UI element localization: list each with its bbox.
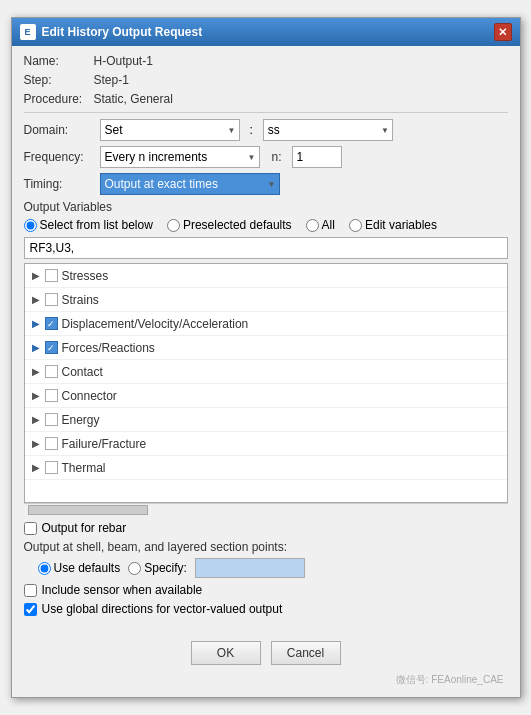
dialog-icon: E <box>20 24 36 40</box>
domain-colon: : <box>250 123 253 137</box>
radio-all-label: All <box>322 218 335 232</box>
tree-item-checkbox[interactable] <box>45 341 58 354</box>
ss-select-wrapper: ss <box>263 119 393 141</box>
tree-item-checkbox[interactable] <box>45 437 58 450</box>
domain-row: Domain: Set : ss <box>24 119 508 141</box>
tree-item[interactable]: ▶Contact <box>25 360 507 384</box>
tree-item-label: Thermal <box>62 461 106 475</box>
tree-item-checkbox[interactable] <box>45 365 58 378</box>
tree-arrow-icon: ▶ <box>29 317 43 331</box>
global-directions-label: Use global directions for vector-valued … <box>42 602 283 616</box>
specify-label: Specify: <box>144 561 187 575</box>
radio-edit-variables[interactable]: Edit variables <box>349 218 437 232</box>
step-value: Step-1 <box>94 73 129 87</box>
tree-item-label: Failure/Fracture <box>62 437 147 451</box>
tree-item[interactable]: ▶Failure/Fracture <box>25 432 507 456</box>
frequency-select-wrapper: Every n increments <box>100 146 260 168</box>
tree-arrow-icon: ▶ <box>29 461 43 475</box>
sensor-label: Include sensor when available <box>42 583 203 597</box>
output-variables-title: Output Variables <box>24 200 508 214</box>
sensor-checkbox[interactable] <box>24 584 37 597</box>
watermark: 微信号: FEAonline_CAE <box>24 671 508 689</box>
tree-item-checkbox[interactable] <box>45 293 58 306</box>
dialog-title: Edit History Output Request <box>42 25 203 39</box>
radio-preselected-defaults[interactable]: Preselected defaults <box>167 218 292 232</box>
tree-arrow-icon: ▶ <box>29 413 43 427</box>
ok-button[interactable]: OK <box>191 641 261 665</box>
cancel-button[interactable]: Cancel <box>271 641 341 665</box>
radio-use-defaults[interactable]: Use defaults <box>38 561 121 575</box>
tree-item[interactable]: ▶Forces/Reactions <box>25 336 507 360</box>
frequency-label: Frequency: <box>24 150 94 164</box>
name-row: Name: H-Output-1 <box>24 54 508 68</box>
radio-preselected-label: Preselected defaults <box>183 218 292 232</box>
rebar-row: Output for rebar <box>24 521 508 535</box>
radio-select-from-list[interactable]: Select from list below <box>24 218 153 232</box>
use-defaults-label: Use defaults <box>54 561 121 575</box>
global-directions-checkbox[interactable] <box>24 603 37 616</box>
tree-item-checkbox[interactable] <box>45 413 58 426</box>
output-variables-radio-group: Select from list below Preselected defau… <box>24 218 508 232</box>
horiz-scroll-thumb[interactable] <box>28 505 148 515</box>
title-bar-left: E Edit History Output Request <box>20 24 203 40</box>
horizontal-scrollbar[interactable] <box>24 503 508 515</box>
radio-edit-variables-label: Edit variables <box>365 218 437 232</box>
button-row: OK Cancel <box>24 635 508 671</box>
bottom-section: Output for rebar Output at shell, beam, … <box>24 515 508 627</box>
tree-item-checkbox[interactable] <box>45 461 58 474</box>
step-row: Step: Step-1 <box>24 73 508 87</box>
tree-arrow-icon: ▶ <box>29 365 43 379</box>
separator-1 <box>24 112 508 113</box>
tree-item[interactable]: ▶Thermal <box>25 456 507 480</box>
tree-item-label: Forces/Reactions <box>62 341 155 355</box>
tree-item[interactable]: ▶Displacement/Velocity/Acceleration <box>25 312 507 336</box>
tree-arrow-icon: ▶ <box>29 437 43 451</box>
specify-input[interactable] <box>195 558 305 578</box>
tree-item-label: Connector <box>62 389 117 403</box>
shell-radio-row: Use defaults Specify: <box>38 558 508 578</box>
tree-item-checkbox[interactable] <box>45 317 58 330</box>
rebar-checkbox[interactable] <box>24 522 37 535</box>
domain-select[interactable]: Set <box>100 119 240 141</box>
frequency-select[interactable]: Every n increments <box>100 146 260 168</box>
tree-arrow-icon: ▶ <box>29 389 43 403</box>
output-vars-input[interactable] <box>24 237 508 259</box>
dialog: E Edit History Output Request ✕ Name: H-… <box>11 17 521 698</box>
radio-select-from-list-label: Select from list below <box>40 218 153 232</box>
timing-label: Timing: <box>24 177 94 191</box>
tree-item[interactable]: ▶Stresses <box>25 264 507 288</box>
timing-row: Timing: Output at exact times <box>24 173 508 195</box>
name-value: H-Output-1 <box>94 54 153 68</box>
tree-item-label: Contact <box>62 365 103 379</box>
n-label: n: <box>272 150 282 164</box>
tree-item[interactable]: ▶Connector <box>25 384 507 408</box>
domain-label: Domain: <box>24 123 94 137</box>
timing-select-wrapper: Output at exact times <box>100 173 280 195</box>
tree-arrow-icon: ▶ <box>29 341 43 355</box>
name-label: Name: <box>24 54 94 68</box>
tree-item[interactable]: ▶Strains <box>25 288 507 312</box>
tree-item-checkbox[interactable] <box>45 269 58 282</box>
step-label: Step: <box>24 73 94 87</box>
frequency-row: Frequency: Every n increments n: <box>24 146 508 168</box>
tree-arrow-icon: ▶ <box>29 293 43 307</box>
global-directions-row: Use global directions for vector-valued … <box>24 602 508 616</box>
tree-item-label: Strains <box>62 293 99 307</box>
radio-specify[interactable]: Specify: <box>128 561 187 575</box>
domain-select-wrapper: Set <box>100 119 240 141</box>
radio-all[interactable]: All <box>306 218 335 232</box>
shell-section-label: Output at shell, beam, and layered secti… <box>24 540 508 554</box>
ss-select[interactable]: ss <box>263 119 393 141</box>
n-input[interactable] <box>292 146 342 168</box>
rebar-label: Output for rebar <box>42 521 127 535</box>
timing-select[interactable]: Output at exact times <box>100 173 280 195</box>
procedure-value: Static, General <box>94 92 173 106</box>
tree-item-label: Displacement/Velocity/Acceleration <box>62 317 249 331</box>
close-button[interactable]: ✕ <box>494 23 512 41</box>
title-bar: E Edit History Output Request ✕ <box>12 18 520 46</box>
output-variables-tree: ▶Stresses▶Strains▶Displacement/Velocity/… <box>24 263 508 503</box>
tree-item-label: Energy <box>62 413 100 427</box>
tree-item[interactable]: ▶Energy <box>25 408 507 432</box>
tree-item-checkbox[interactable] <box>45 389 58 402</box>
procedure-label: Procedure: <box>24 92 94 106</box>
